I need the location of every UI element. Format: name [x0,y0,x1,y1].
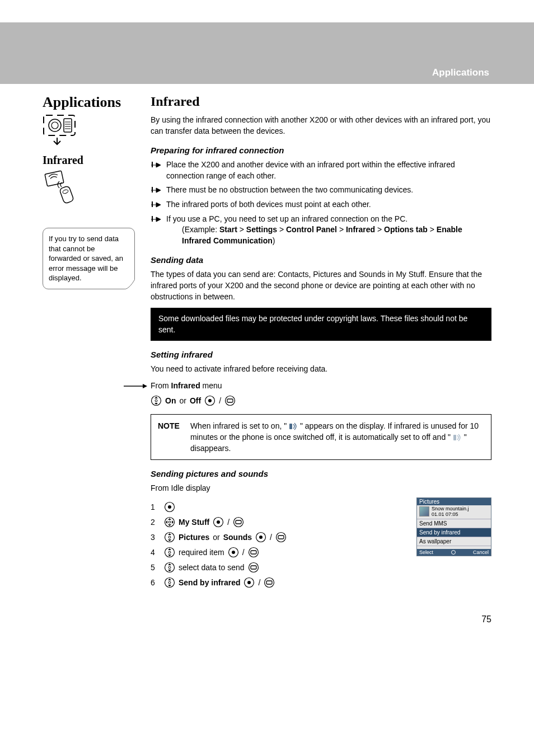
center-key-icon [213,516,224,528]
nav-4way-icon [164,516,175,528]
softkey-icon [224,395,236,406]
svg-rect-27 [236,520,241,524]
svg-point-45 [168,581,171,584]
preparing-list: Place the X200 and another device with a… [151,159,491,246]
svg-point-41 [168,566,171,569]
center-key-icon [243,577,255,588]
intro-text: By using the infrared connection with an… [151,115,491,137]
svg-rect-18 [289,424,292,429]
svg-rect-49 [266,581,272,584]
menu-item[interactable]: As wallpaper [417,537,491,546]
softkey-right[interactable]: Cancel [473,550,489,555]
svg-point-25 [217,520,220,524]
svg-rect-43 [251,566,256,569]
softkey-icon [275,532,287,543]
steps-list: My Stuff / Pictures or Sounds / [151,501,399,588]
nav-updown-icon [164,547,175,558]
svg-point-21 [168,505,171,509]
section-heading: Infrared [151,94,491,109]
thumbnail-icon [419,506,429,516]
softkey-left[interactable]: Select [419,550,433,555]
svg-rect-9 [59,186,74,204]
screen-title: Pictures [417,498,491,505]
svg-point-32 [276,532,285,542]
svg-point-26 [234,517,243,527]
step-1 [151,501,399,513]
svg-rect-8 [45,171,64,186]
arrow-right-icon [124,383,148,389]
center-key-icon [228,547,239,558]
center-key-icon [164,501,175,513]
sidebar-title: Applications [43,94,135,111]
tip-callout: If you try to send data that cannot be f… [43,228,135,289]
softkey-icon [248,547,259,558]
note-label: NOTE [158,420,188,431]
infrared-indicator-icon [289,422,298,430]
from-menu-line: From Infrared menu [151,381,491,392]
from-idle-text: From Idle display [151,483,491,494]
nav-updown-icon [164,562,175,573]
svg-point-38 [249,547,258,557]
svg-point-35 [168,551,171,553]
svg-rect-19 [453,435,456,440]
note-box: NOTE When infrared is set to on, " " app… [151,414,491,461]
svg-point-37 [232,551,235,554]
step-4: required item / [151,547,399,558]
svg-point-15 [208,399,212,402]
phone-screenshot: Pictures Snow mountain.j 01.01 07:05 Sen… [416,497,491,556]
page-number: 75 [0,614,534,641]
svg-point-29 [168,536,171,538]
menu-item[interactable]: Send MMS [417,519,491,528]
sending-data-heading: Sending data [151,255,491,265]
svg-point-10 [62,189,68,194]
softkey-icon [233,516,244,528]
svg-rect-33 [278,536,284,539]
list-item: If you use a PC, you need to set up an i… [151,214,491,247]
svg-point-48 [265,577,274,587]
svg-rect-3 [64,119,72,132]
example-path: (Example: Start > Settings > Control Pan… [182,224,491,246]
svg-point-42 [249,562,258,572]
svg-point-31 [259,536,263,539]
nav-updown-icon [164,577,175,588]
applications-icon [43,114,135,149]
nav-updown-icon [151,395,162,406]
setting-text: You need to activate infrared before rec… [151,364,491,375]
center-key-icon [204,395,216,406]
warning-box: Some downloaded files may be protected u… [151,308,491,341]
step-6: Send by infrared / [151,577,399,588]
sidebar-subtitle: Infrared [43,154,135,167]
svg-point-1 [49,119,61,132]
svg-point-47 [247,581,251,584]
header-section-label: Applications [432,67,489,78]
center-indicator-icon [451,550,456,555]
note-body: When infrared is set to on, " " appears … [190,420,483,454]
step-5: select data to send [151,562,399,573]
step-2: My Stuff / [151,516,399,528]
svg-point-2 [51,122,58,129]
tip-text: If you try to send data that cannot be f… [49,234,123,282]
center-key-icon [255,532,266,543]
svg-rect-17 [227,399,233,402]
infrared-icon [43,170,135,205]
list-item: Place the X200 and another device with a… [151,159,491,181]
menu-item-selected[interactable]: Send by infrared [417,528,491,537]
header-bar: Applications [0,22,534,84]
sending-data-text: The types of data you can send are: Cont… [151,269,491,302]
svg-point-16 [226,396,235,405]
toggle-instruction: On or Off / [151,395,491,406]
softkey-icon [248,562,259,573]
softkey-bar: Select Cancel [417,549,491,556]
preparing-heading: Preparing for infrared connection [151,145,491,155]
sidebar: Applications Infrared [43,94,135,592]
step-3: Pictures or Sounds / [151,532,399,543]
setting-heading: Setting infrared [151,350,491,359]
top-whitespace [0,0,534,22]
nav-updown-icon [164,532,175,543]
list-item: There must be no obstruction between the… [151,185,491,196]
svg-rect-39 [251,551,256,554]
screen-thumb-row: Snow mountain.j 01.01 07:05 [417,505,491,519]
main-content: Infrared By using the infrared connectio… [151,94,491,592]
infrared-indicator-off-icon [453,434,462,442]
sending-pics-heading: Sending pictures and sounds [151,469,491,478]
